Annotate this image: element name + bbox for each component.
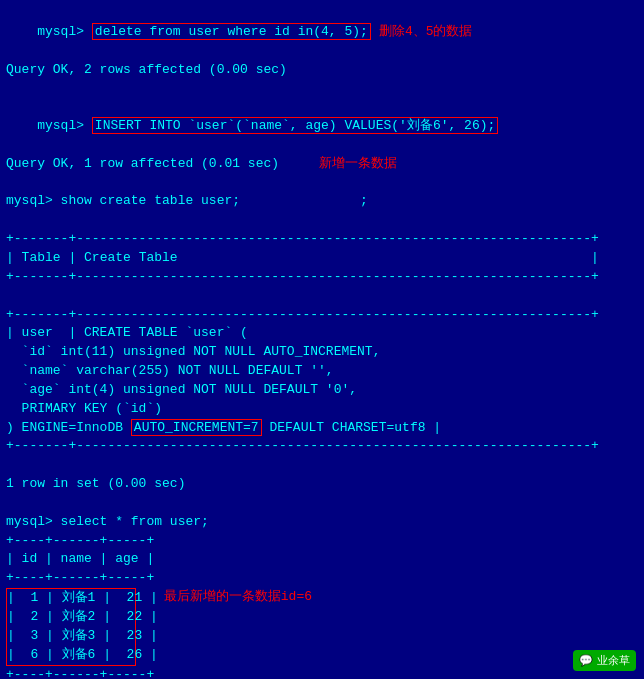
auto-increment-highlight: AUTO_INCREMENT=7: [131, 419, 262, 436]
data-row-3: | 3 | 刘备3 | 23 |: [7, 627, 135, 646]
col-table: Table: [22, 250, 61, 265]
sep-1: +-------+-------------------------------…: [6, 230, 638, 249]
annotation-1: 删除4、5的数据: [379, 24, 473, 39]
cmd-line-1: mysql> delete from user where id in(4, 5…: [6, 4, 638, 61]
blank-3: [6, 211, 638, 230]
col-create-table: Create Table: [84, 250, 178, 265]
sep-4: +-------+-------------------------------…: [6, 437, 638, 456]
wechat-badge: 💬 业余草: [573, 650, 636, 671]
sep-2: +-------+-------------------------------…: [6, 268, 638, 287]
prompt-1: mysql>: [37, 24, 92, 39]
blank-5: [6, 456, 638, 475]
data-row-4: | 6 | 刘备6 | 26 |: [7, 646, 135, 665]
blank-6: [6, 494, 638, 513]
wechat-icon: 💬: [579, 654, 593, 667]
terminal: mysql> delete from user where id in(4, 5…: [0, 0, 644, 679]
create-line-6: ) ENGINE=InnoDB AUTO_INCREMENT=7 DEFAULT…: [6, 419, 638, 438]
annotation-3: 最后新增的一条数据id=6: [164, 589, 312, 604]
sep-7: +----+------+-----+: [6, 666, 638, 679]
blank-4: [6, 287, 638, 306]
create-line-3: `name` varchar(255) NOT NULL DEFAULT '',: [6, 362, 638, 381]
data-row-1: | 1 | 刘备1 | 21 |: [7, 589, 135, 608]
prompt-2: mysql>: [37, 118, 92, 133]
create-line-1: | user | CREATE TABLE `user` (: [6, 324, 638, 343]
blank-2: [6, 174, 638, 193]
data-row-2: | 2 | 刘备2 | 22 |: [7, 608, 135, 627]
create-line-4: `age` int(4) unsigned NOT NULL DEFAULT '…: [6, 381, 638, 400]
cmd-2: INSERT INTO `user`(`name`, age) VALUES('…: [92, 117, 498, 134]
cmd-1: delete from user where id in(4, 5);: [92, 23, 371, 40]
blank-1: [6, 79, 638, 98]
wechat-label: 业余草: [597, 653, 630, 668]
select-cmd: mysql> select * from user;: [6, 513, 638, 532]
sep-6: +----+------+-----+: [6, 569, 638, 588]
sep-5: +----+------+-----+: [6, 532, 638, 551]
cmd-line-2: mysql> INSERT INTO `user`(`name`, age) V…: [6, 98, 638, 155]
show-create-cmd: mysql> show create table user;;: [6, 192, 638, 211]
create-line-5: PRIMARY KEY (`id`): [6, 400, 638, 419]
row-count-1: 1 row in set (0.00 sec): [6, 475, 638, 494]
annotation-2: 新增一条数据: [319, 156, 397, 171]
create-line-2: `id` int(11) unsigned NOT NULL AUTO_INCR…: [6, 343, 638, 362]
ok-line-2: Query OK, 1 row affected (0.01 sec)新增一条数…: [6, 155, 638, 174]
table-header: | Table | Create Table |: [6, 249, 638, 268]
sep-3: +-------+-------------------------------…: [6, 306, 638, 325]
data-rows-box: | 1 | 刘备1 | 21 | | 2 | 刘备2 | 22 | | 3 | …: [6, 588, 136, 665]
select-header: | id | name | age |: [6, 550, 638, 569]
ok-line-1: Query OK, 2 rows affected (0.00 sec): [6, 61, 638, 80]
